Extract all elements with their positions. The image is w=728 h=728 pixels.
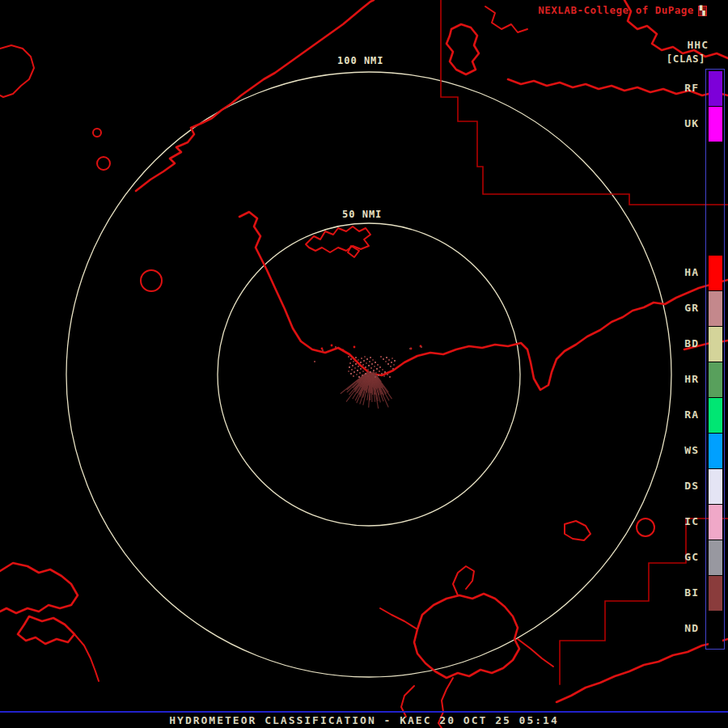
boundary-southeast <box>560 518 728 684</box>
river-southwest-tail <box>74 634 99 681</box>
county-boundaries <box>441 0 728 684</box>
coastline-northwest <box>136 0 374 191</box>
river-squiggle <box>306 226 370 252</box>
pond-d <box>637 518 654 536</box>
pond-b <box>97 157 110 170</box>
lake-south-outlet <box>438 678 453 728</box>
channel-northeast-a <box>485 6 527 32</box>
radar-display: NEXLAB-College of DuPage▚ HHC [CLAS] 100… <box>0 0 728 728</box>
lake-south-east-arm <box>518 639 553 667</box>
coastline-central <box>239 212 728 390</box>
lake-south-west-arm <box>380 608 417 629</box>
lake-south-neck <box>453 566 474 595</box>
channel-northeast-c <box>624 0 728 58</box>
lake-southwest-b <box>18 616 74 644</box>
lake-south <box>414 594 519 678</box>
lake-south-tail <box>401 686 414 717</box>
island-northeast <box>447 24 479 74</box>
boundary-northeast <box>441 0 728 205</box>
radar-map <box>0 0 728 728</box>
pond-a <box>93 129 101 137</box>
radar-echoes <box>314 346 422 408</box>
coastline-southeast <box>557 639 728 702</box>
pond-c <box>141 270 162 291</box>
coast-spur-east <box>684 341 728 349</box>
lake-southwest-a <box>0 563 78 613</box>
channel-northeast-b <box>508 79 728 95</box>
islet-southeast <box>565 521 590 540</box>
lake-west-top <box>0 45 34 97</box>
